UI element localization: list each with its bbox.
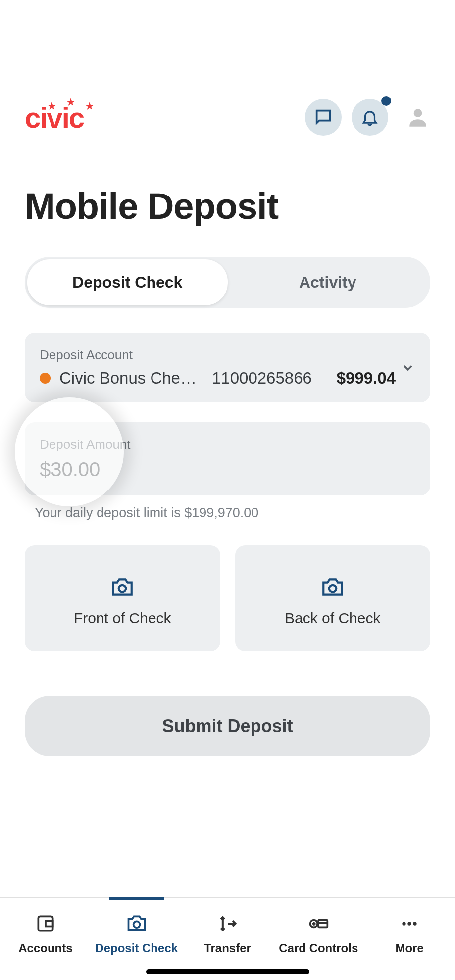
deposit-account-selector[interactable]: Deposit Account Civic Bonus Check... 110…: [25, 333, 430, 402]
account-status-dot: [40, 373, 51, 384]
camera-icon: [110, 575, 135, 600]
bottom-nav: Accounts Deposit Check Transfer Card Con…: [0, 897, 455, 980]
nav-more-label: More: [395, 941, 423, 955]
check-capture-row: Front of Check Back of Check: [25, 545, 430, 651]
front-of-check-button[interactable]: Front of Check: [25, 545, 220, 651]
home-indicator: [146, 969, 309, 974]
segmented-control: Deposit Check Activity: [25, 257, 430, 308]
nav-cards-label: Card Controls: [279, 941, 358, 955]
status-bar-space: [0, 0, 455, 89]
account-row: Civic Bonus Check... 11000265866 $999.04: [40, 369, 415, 388]
svg-rect-4: [46, 921, 53, 927]
logo-stars: ★ ★ ★: [47, 96, 95, 109]
profile-button[interactable]: [405, 105, 430, 130]
account-name: Civic Bonus Check...: [59, 369, 203, 388]
camera-icon: [320, 575, 345, 600]
more-icon: [399, 913, 420, 934]
account-number: 11000265866: [212, 369, 312, 388]
svg-point-11: [413, 922, 416, 925]
nav-transfer-label: Transfer: [204, 941, 251, 955]
nav-more[interactable]: More: [364, 898, 455, 980]
deposit-amount-input[interactable]: Deposit Amount $30.00: [25, 422, 430, 495]
nav-transfer[interactable]: Transfer: [182, 898, 273, 980]
tab-deposit-check[interactable]: Deposit Check: [27, 259, 228, 305]
submit-deposit-button[interactable]: Submit Deposit: [25, 696, 430, 756]
star-icon: ★: [66, 96, 76, 109]
nav-card-controls[interactable]: Card Controls: [273, 898, 364, 980]
nav-accounts[interactable]: Accounts: [0, 898, 91, 980]
messages-button[interactable]: [305, 99, 342, 136]
deposit-amount-value: $30.00: [40, 458, 415, 481]
front-of-check-label: Front of Check: [74, 610, 171, 627]
svg-point-0: [414, 109, 422, 117]
accounts-icon: [35, 913, 56, 934]
camera-icon: [126, 913, 148, 934]
header-actions: [305, 99, 430, 136]
account-balance: $999.04: [337, 369, 396, 388]
daily-limit-text: Your daily deposit limit is $199,970.00: [0, 495, 455, 521]
tab-activity[interactable]: Activity: [228, 259, 428, 305]
back-of-check-button[interactable]: Back of Check: [235, 545, 431, 651]
back-of-check-label: Back of Check: [285, 610, 380, 627]
star-icon: ★: [47, 100, 57, 113]
nav-accounts-label: Accounts: [18, 941, 72, 955]
svg-point-9: [402, 922, 405, 925]
svg-point-1: [119, 585, 126, 592]
card-controls-icon: [307, 913, 329, 934]
deposit-account-label: Deposit Account: [40, 347, 415, 363]
nav-deposit-check[interactable]: Deposit Check: [91, 898, 182, 980]
profile-icon: [405, 105, 430, 130]
messages-icon: [313, 107, 333, 127]
deposit-amount-label: Deposit Amount: [40, 437, 415, 452]
chevron-down-icon: [401, 360, 415, 375]
transfer-icon: [216, 913, 238, 934]
notification-dot: [381, 96, 391, 106]
svg-point-5: [133, 921, 140, 928]
civic-logo: ★ ★ ★ civic: [25, 101, 84, 134]
star-icon: ★: [85, 100, 95, 113]
app-header: ★ ★ ★ civic: [0, 99, 455, 136]
svg-point-10: [407, 922, 411, 925]
svg-point-2: [329, 585, 336, 592]
notifications-button[interactable]: [352, 99, 388, 136]
bell-icon: [360, 108, 379, 127]
nav-deposit-label: Deposit Check: [95, 941, 178, 955]
page-title: Mobile Deposit: [0, 185, 455, 227]
